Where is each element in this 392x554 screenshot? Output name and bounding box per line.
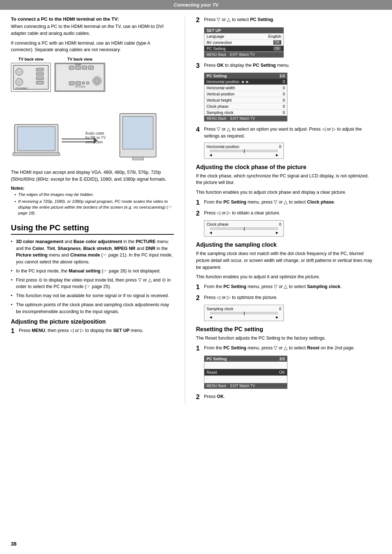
svg-rect-25	[17, 127, 55, 151]
tv-back-view-1: TV back view	[11, 57, 51, 92]
step-num-1: 1	[11, 327, 19, 335]
right-column: 2 Press ▽ or △ to select PC Setting. SET…	[185, 16, 374, 404]
step-content-1: Press MENU, then press ◁ or ▷ to display…	[19, 327, 174, 334]
slider-hpos-indicator	[244, 149, 245, 153]
clock-phase-slider: Clock phase0 ◄►	[204, 220, 284, 237]
connection-diagram: Computer	[11, 95, 174, 165]
step-content-3: Press OK to display the PC Setting menu.	[204, 62, 374, 69]
reset-spacer1	[204, 362, 287, 369]
reset-step-num-2: 2	[196, 393, 204, 401]
svg-rect-24	[13, 153, 60, 156]
pc-setting-footer: MENU Back EXIT Watch TV	[204, 116, 287, 121]
clock-phase-para1: If the clock phase, which synchronize th…	[196, 173, 374, 186]
hdmi-title: To connect a PC to the HDMI terminal on …	[11, 16, 174, 22]
pc-row-vpos: Vertical position0	[204, 91, 287, 97]
tv-back-view-2: TV back view HDMI	[54, 57, 105, 92]
slider-clock-arrows: ◄►	[209, 230, 279, 235]
reset-step-content-2: Press OK.	[204, 393, 374, 400]
sampling-clock-title: Adjusting the sampling clock	[196, 242, 374, 248]
sampling-step-num-1: 1	[196, 283, 204, 291]
svg-point-21	[94, 78, 99, 83]
using-pc-section: Using the PC setting 3D color management…	[11, 223, 174, 315]
svg-rect-26	[17, 152, 55, 153]
clock-step-content-2: Press ◁ or ▷ to obtain a clear picture.	[204, 210, 374, 217]
svg-rect-5	[36, 77, 44, 80]
slider-hpos-track	[210, 150, 278, 152]
svg-rect-11	[75, 66, 81, 69]
svg-text:Audio cable: Audio cable	[85, 131, 105, 135]
clock-phase-para2: This function enables you to adjust cloc…	[196, 189, 374, 196]
hdmi-para3: The HDMI input can accept and display VG…	[11, 169, 174, 183]
step-num-3: 3	[196, 62, 204, 70]
sampling-step-num-2: 2	[196, 294, 204, 302]
step-4-right: 4 Press ▽ or △ to select an option you w…	[196, 126, 374, 140]
sampling-clock-slider: Sampling clock0 ◄►	[204, 305, 284, 321]
h-pos-slider: Horizontal position0 ◄►	[204, 143, 284, 159]
pc-row-clock: Clock phase0	[204, 103, 287, 110]
pc-row-sampling: Sampling clock0	[204, 110, 287, 116]
header-title: Connecting your TV	[173, 2, 219, 8]
setup-screen-footer: MENU BackEXIT Watch TV	[204, 52, 283, 57]
step-2-right: 2 Press ▽ or △ to select PC Setting.	[196, 16, 374, 24]
reset-step-1: 1 From the PC Setting menu, press ▽ or △…	[196, 345, 374, 353]
svg-text:HDMI: HDMI	[75, 63, 81, 66]
svg-rect-3	[36, 68, 44, 71]
reset-step-content-1: From the PC Setting menu, press ▽ or △ t…	[204, 345, 374, 352]
slider-clock-track	[210, 227, 278, 230]
bullet-3: First press ⊙ to display the video input…	[11, 277, 174, 291]
svg-text:for PC-to-TV: for PC-to-TV	[85, 136, 106, 140]
slider-sampling-arrows: ◄►	[209, 315, 279, 319]
pc-row-hwidth: Horizontal width0	[204, 85, 287, 91]
bullet-1: 3D color management and Base color adjus…	[11, 238, 174, 266]
sampling-step-1: 1 From the PC Setting menu, press ▽ or △…	[196, 283, 374, 291]
reset-row-reset: ResetOK	[204, 369, 287, 376]
bullet-5: The optimum points of the clock phase an…	[11, 301, 174, 315]
tv-label-1: TV back view	[11, 57, 51, 61]
connection-svg: Computer	[11, 95, 163, 164]
clock-step-num-2: 2	[196, 210, 204, 218]
reset-step-num-1: 1	[196, 345, 204, 353]
reset-screen-footer: MENU Back EXIT Watch TV	[204, 383, 287, 389]
resetting-section: Resetting the PC setting The Reset funct…	[196, 326, 374, 401]
svg-rect-12	[82, 66, 87, 69]
pc-setting-screen: PC Setting1/2 Horizontal position ◄ ►0 H…	[204, 73, 287, 122]
step-1-left: 1 Press MENU, then press ◁ or ▷ to displ…	[11, 327, 174, 335]
clock-step-content-1: From the PC Setting menu, press ▽ or △ t…	[204, 199, 374, 206]
setup-row-language: LanguageEnglish	[204, 33, 283, 40]
note-item-2: If receiving a 720p, 1080i, or 1080p sig…	[15, 198, 174, 216]
using-pc-title: Using the PC setting	[11, 223, 174, 235]
hdmi-section: To connect a PC to the HDMI terminal on …	[11, 16, 174, 216]
reset-screen: PC Setting2/2 ResetOK MENU Back EXIT Wat…	[204, 356, 287, 389]
page-header: Connecting your TV	[0, 0, 392, 10]
notes-section: Notes: The edges of the images may be hi…	[11, 186, 174, 216]
slider-clock-indicator	[244, 227, 245, 231]
sampling-step-2: 2 Press ◁ or ▷ to optimize the picture.	[196, 294, 374, 302]
bullet-4: This function may not be available for s…	[11, 292, 174, 299]
sampling-clock-para2: This function enables you to adjust it a…	[196, 274, 374, 280]
tv-box-1: PC/HDMI1 (AUDIO)	[11, 63, 51, 92]
reset-spacer2	[204, 376, 287, 383]
notes-title: Notes:	[11, 186, 174, 191]
svg-text:PC/HDMI1: PC/HDMI1	[16, 87, 28, 90]
tv-diagram-area: TV back view	[11, 57, 174, 92]
sampling-step-content-1: From the PC Setting menu, press ▽ or △ t…	[204, 283, 374, 290]
svg-rect-31	[123, 116, 153, 149]
picture-size-title: Adjusting the picture size/position	[11, 319, 174, 325]
tv-svg-2: HDMI L/R AUDIO	[55, 63, 105, 92]
svg-text:connection: connection	[85, 140, 103, 144]
clock-phase-title: Adjusting the clock phase of the picture	[196, 164, 374, 171]
pc-row-hpos: Horizontal position ◄ ►0	[204, 79, 287, 85]
hdmi-para2: If connecting a PC with an HDMI terminal…	[11, 40, 174, 54]
slider-hpos-title: Horizontal position0	[207, 144, 281, 149]
using-pc-bullets: 3D color management and Base color adjus…	[11, 238, 174, 315]
resetting-title: Resetting the PC setting	[196, 326, 374, 333]
svg-rect-18	[86, 82, 89, 85]
svg-point-1	[16, 68, 23, 75]
step-num-2: 2	[196, 16, 204, 24]
svg-rect-17	[82, 82, 85, 85]
slider-hpos-arrows: ◄►	[209, 153, 279, 157]
setup-screen-title: SET UP	[204, 28, 283, 33]
tv-box-2: HDMI L/R AUDIO	[54, 63, 105, 92]
hdmi-para1: When connecting a PC to the HDMI termina…	[11, 23, 174, 37]
sampling-clock-section: Adjusting the sampling clock If the samp…	[196, 242, 374, 321]
